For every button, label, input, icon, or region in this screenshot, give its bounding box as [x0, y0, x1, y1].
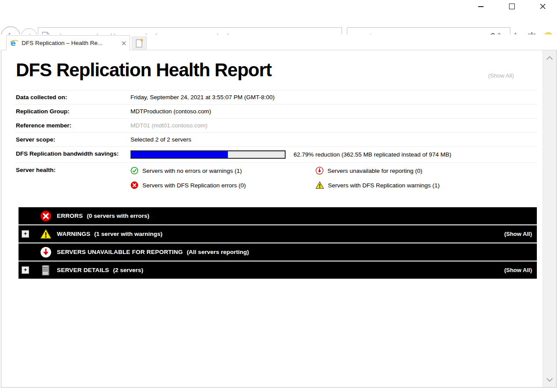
section-label: ERRORS	[57, 213, 83, 219]
row-value: MDTProduction (contoso.com)	[130, 108, 211, 115]
scroll-down-button[interactable]	[543, 372, 556, 387]
row-label: Data collected on:	[16, 94, 130, 101]
maximize-button[interactable]	[496, 0, 527, 13]
page-viewport: DFS Replication Health Report (Show All)…	[1, 50, 557, 388]
show-all-link[interactable]: (Show All)	[504, 231, 532, 237]
section-detail: (0 servers with errors)	[87, 213, 149, 219]
row-label: Server scope:	[16, 136, 130, 143]
section-label: SERVER DETAILS	[57, 267, 109, 273]
error-circle-icon	[40, 210, 52, 222]
tab-close-icon[interactable]	[122, 41, 126, 45]
warning-triangle-icon	[40, 228, 52, 239]
show-all-link-top[interactable]: (Show All)	[488, 72, 514, 79]
health-item-unavailable: Servers unavailable for reporting (0)	[316, 167, 440, 175]
report-sections: + ERRORS (0 servers with errors) +	[19, 207, 537, 279]
row-reference-member: Reference member: MDT01 (mdt01.contoso.c…	[16, 118, 537, 132]
row-label: Server health:	[16, 167, 130, 173]
section-detail: (2 servers)	[113, 267, 143, 273]
section-label: WARNINGS	[57, 231, 90, 237]
expand-icon[interactable]: +	[22, 266, 29, 274]
bandwidth-progress-bar	[130, 150, 286, 159]
show-all-link[interactable]: (Show All)	[504, 267, 532, 273]
unavailable-icon	[316, 167, 324, 175]
browser-window: e ▾ ↻ ▾	[0, 0, 558, 392]
maximize-icon	[509, 4, 515, 9]
window-controls	[465, 0, 558, 13]
titlebar	[0, 0, 558, 13]
health-item-text: Servers unavailable for reporting (0)	[327, 168, 422, 174]
section-label: SERVERS UNAVAILABLE FOR REPORTING	[57, 249, 183, 255]
row-data-collected: Data collected on: Friday, September 24,…	[16, 90, 537, 104]
section-server-details[interactable]: + SERVER DETAILS (2 servers) (Show All)	[19, 261, 537, 279]
minimize-icon	[478, 6, 484, 7]
warning-icon	[316, 181, 324, 189]
report-info-table: Data collected on: Friday, September 24,…	[16, 90, 537, 195]
tab-bar: e DFS Replication – Health Re...	[0, 34, 558, 50]
tab-dfs-replication-health-report[interactable]: e DFS Replication – Health Re...	[6, 35, 130, 50]
row-label: Replication Group:	[16, 108, 130, 115]
row-server-health: Server health: Servers with no errors or…	[16, 162, 537, 195]
unavailable-circle-icon	[40, 246, 52, 258]
row-bandwidth-savings: DFS Replication bandwidth savings: 62.79…	[16, 146, 537, 162]
row-value: Friday, September 24, 2021 at 3:55:07 PM…	[130, 94, 275, 101]
health-item-errors: Servers with DFS Replication errors (0)	[130, 181, 316, 189]
navigation-bar: e ▾ ↻ ▾	[0, 13, 558, 34]
error-icon	[130, 181, 138, 189]
chevron-down-icon	[546, 378, 553, 382]
health-item-text: Servers with no errors or warnings (1)	[142, 168, 242, 174]
section-detail: (All servers reporting)	[187, 249, 249, 255]
chevron-up-icon	[546, 56, 553, 60]
row-value: MDT01 (mdt01.contoso.com)	[130, 122, 208, 129]
close-button[interactable]	[527, 0, 558, 13]
minimize-button[interactable]	[465, 0, 496, 13]
vertical-scrollbar[interactable]	[543, 50, 556, 387]
section-detail: (1 server with warnings)	[94, 231, 163, 237]
page-title: DFS Replication Health Report	[16, 59, 289, 81]
expand-icon[interactable]: +	[22, 230, 29, 238]
row-label: DFS Replication bandwidth savings:	[16, 150, 130, 157]
row-value: Selected 2 of 2 servers	[130, 136, 191, 143]
row-server-scope: Server scope: Selected 2 of 2 servers	[16, 132, 537, 146]
report-page: DFS Replication Health Report (Show All)…	[1, 50, 543, 387]
ie-favicon: e	[10, 39, 19, 48]
bandwidth-progress-fill	[131, 151, 228, 158]
section-errors[interactable]: + ERRORS (0 servers with errors)	[19, 207, 537, 224]
health-item-ok: Servers with no errors or warnings (1)	[130, 167, 316, 175]
health-item-text: Servers with DFS Replication errors (0)	[142, 182, 246, 189]
new-tab-icon	[136, 38, 143, 48]
row-replication-group: Replication Group: MDTProduction (contos…	[16, 104, 537, 118]
row-label: Reference member:	[16, 122, 130, 129]
ok-icon	[130, 167, 138, 175]
section-warnings[interactable]: + WARNINGS (1 server with warnings) (Sho…	[19, 225, 537, 243]
section-servers-unavailable[interactable]: + SERVERS UNAVAILABLE FOR REPORTING (All…	[19, 243, 537, 261]
server-icon	[41, 265, 51, 276]
health-item-text: Servers with DFS Replication warnings (1…	[328, 182, 440, 189]
new-tab-button[interactable]	[132, 37, 147, 49]
bandwidth-summary: 62.79% reduction (362.55 MB replicated i…	[294, 151, 451, 158]
tab-title: DFS Replication – Health Re...	[22, 40, 122, 46]
scroll-up-button[interactable]	[543, 50, 556, 65]
health-item-warnings: Servers with DFS Replication warnings (1…	[316, 181, 440, 189]
close-icon	[540, 4, 546, 9]
